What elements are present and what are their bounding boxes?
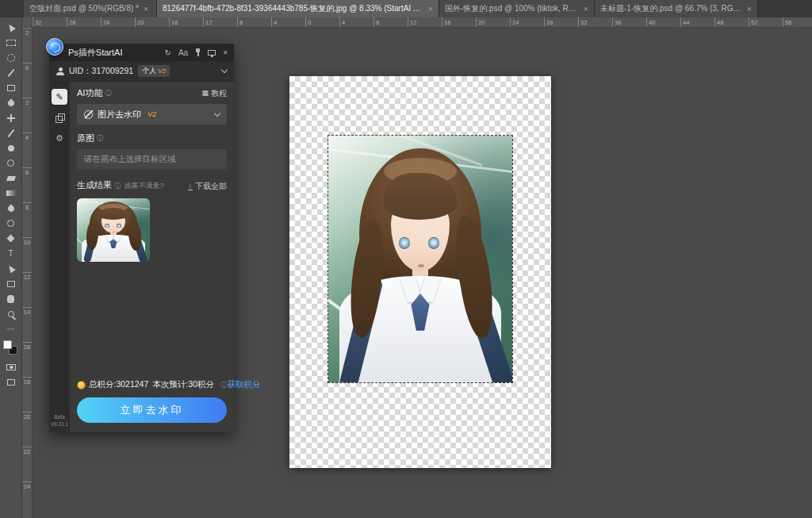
tab-title: 未标题-1-恢复的.psd @ 66.7% (3, RGB/8#) *: [600, 3, 742, 14]
canvas-document[interactable]: [289, 76, 551, 468]
ruler-tick: 12: [22, 272, 32, 307]
coin-icon: [77, 381, 86, 389]
tab-close-icon[interactable]: ×: [584, 5, 588, 13]
tool-screen-mode-icon[interactable]: [0, 374, 22, 389]
ruler-tick: 52: [749, 17, 783, 27]
ruler-tick: 32: [33, 17, 67, 27]
ruler-tick: 56: [783, 17, 812, 27]
ruler-tick: 24: [101, 17, 135, 27]
feedback-link[interactable]: 效果不满意?: [124, 181, 164, 191]
gear-icon: ⚙: [56, 133, 63, 144]
tab-title: 8126477f-4bfb-472b-8f31-39364443b785-恢复的…: [163, 3, 423, 14]
tool-marquee-icon[interactable]: [0, 35, 22, 50]
tool-zoom-icon[interactable]: [0, 306, 22, 321]
tab-close-icon[interactable]: ×: [144, 5, 148, 13]
selected-image-region[interactable]: [327, 135, 513, 383]
tool-healing-brush-icon[interactable]: [0, 110, 22, 125]
chevron-down-icon[interactable]: [221, 67, 228, 73]
document-tab[interactable]: 未标题-1-恢复的.psd @ 66.7% (3, RGB/8#) *×: [595, 0, 758, 17]
tool-toolbar-more-icon[interactable]: ⋯: [0, 321, 22, 336]
ruler-tick: 32: [578, 17, 612, 27]
target-region-input[interactable]: 请在画布上选择目标区域: [77, 149, 227, 170]
tools-bottom: [0, 359, 22, 389]
tutorial-link[interactable]: ▦ 教程: [201, 88, 227, 99]
ruler-tick: 0: [22, 63, 32, 98]
tool-clone-stamp-icon[interactable]: [0, 140, 22, 155]
account-row[interactable]: UID：317009291 个人 V2: [49, 61, 234, 82]
info-icon: ⓘ: [220, 382, 228, 389]
pin-icon[interactable]: [195, 48, 201, 57]
ruler-tick: 24: [22, 482, 32, 516]
download-all-link[interactable]: ↓ 下载全部: [188, 181, 228, 192]
ruler-tick: 28: [67, 17, 101, 27]
tool-brush-icon[interactable]: [0, 125, 22, 140]
ruler-tick: 48: [714, 17, 749, 27]
ruler-tick: 12: [408, 17, 442, 27]
ruler-tick: 36: [612, 17, 646, 27]
tool-hand-icon[interactable]: [0, 291, 22, 306]
ai-edit-tab[interactable]: ✎: [52, 89, 67, 105]
font-size-icon[interactable]: Aa: [178, 48, 188, 57]
ruler-tick: 20: [135, 17, 169, 27]
tool-quick-mask-icon[interactable]: [0, 359, 22, 374]
ai-function-dropdown[interactable]: 图片去水印 V2: [77, 104, 227, 125]
info-icon: ⓘ: [97, 135, 104, 142]
info-icon: ⓘ: [105, 90, 112, 97]
tool-quick-selection-icon[interactable]: [0, 65, 22, 80]
close-icon[interactable]: ×: [223, 48, 228, 57]
capture-icon[interactable]: [208, 50, 216, 56]
tool-path-selection-icon[interactable]: [0, 261, 22, 276]
ruler-tick: 8: [237, 17, 271, 27]
uid-label: UID：317009291: [69, 66, 133, 77]
tool-history-brush-icon[interactable]: [0, 155, 22, 171]
document-tab[interactable]: 8126477f-4bfb-472b-8f31-39364443b785-恢复的…: [157, 0, 439, 17]
foreground-color-swatch[interactable]: [3, 340, 12, 349]
tutorial-icon: ▦: [201, 90, 209, 97]
startai-plugin-panel: Ps插件StartAI ↻ Aa × UID：317009291 个人 V2 ✎: [49, 44, 234, 432]
color-swatches[interactable]: [0, 340, 22, 358]
tool-gradient-icon[interactable]: [0, 186, 22, 201]
document-tab[interactable]: 空版封面.psd @ 50%(RGB/8) *×: [24, 0, 157, 17]
ruler-tick: 20: [22, 412, 32, 447]
remove-watermark-button[interactable]: 立即去水印: [77, 397, 227, 423]
panel-titlebar[interactable]: Ps插件StartAI ↻ Aa ×: [49, 44, 234, 61]
ai-function-row: AI功能 ⓘ ▦ 教程: [77, 87, 227, 99]
layers-icon: [56, 113, 64, 122]
ruler-tick: 4: [22, 132, 32, 167]
girl-portrait-image: [328, 136, 512, 382]
tool-type-icon[interactable]: T: [0, 246, 22, 261]
dropdown-value: 图片去水印: [98, 109, 141, 121]
ruler-horizontal: 3228242016128404812162024283236404448525…: [33, 17, 812, 28]
ruler-tick: 18: [22, 377, 32, 412]
ruler-tick: 12: [203, 17, 237, 27]
tool-pen-icon[interactable]: [0, 231, 22, 246]
pencil-icon: ✎: [56, 92, 63, 102]
get-points-link[interactable]: 获取积分: [227, 379, 260, 390]
account-badge: 个人 V2: [138, 65, 170, 77]
result-thumbnail[interactable]: [77, 198, 150, 262]
tool-crop-icon[interactable]: [0, 80, 22, 95]
ruler-tick: 4: [339, 17, 373, 27]
tab-title: 国外-恢复的.psd @ 100% (tiktok, RGB/8) *: [445, 3, 579, 14]
ruler-tick: 2: [22, 98, 32, 132]
tab-close-icon[interactable]: ×: [747, 5, 752, 13]
tool-dodge-icon[interactable]: [0, 216, 22, 231]
refresh-icon[interactable]: ↻: [165, 48, 171, 57]
panel-title: Ps插件StartAI: [68, 47, 122, 59]
tool-eyedropper-icon[interactable]: [0, 95, 22, 110]
tool-blur-icon[interactable]: [0, 201, 22, 216]
layers-tab[interactable]: [52, 109, 67, 125]
document-tab[interactable]: 国外-恢复的.psd @ 100% (tiktok, RGB/8) *×: [439, 0, 595, 17]
chevron-down-icon: [214, 109, 220, 116]
tool-eraser-icon[interactable]: [0, 171, 22, 186]
tool-lasso-icon[interactable]: [0, 50, 22, 65]
ruler-tick: 0: [305, 17, 339, 27]
tool-rectangle-icon[interactable]: [0, 276, 22, 291]
ruler-tick: 16: [169, 17, 203, 27]
settings-tab[interactable]: ⚙: [52, 130, 67, 146]
ruler-tick: 16: [22, 342, 32, 377]
tab-close-icon[interactable]: ×: [428, 5, 433, 13]
tool-move-icon[interactable]: [0, 20, 22, 35]
ruler-tick: 24: [510, 17, 544, 27]
photoshop-window: 空版封面.psd @ 50%(RGB/8) *×8126477f-4bfb-47…: [0, 0, 812, 518]
